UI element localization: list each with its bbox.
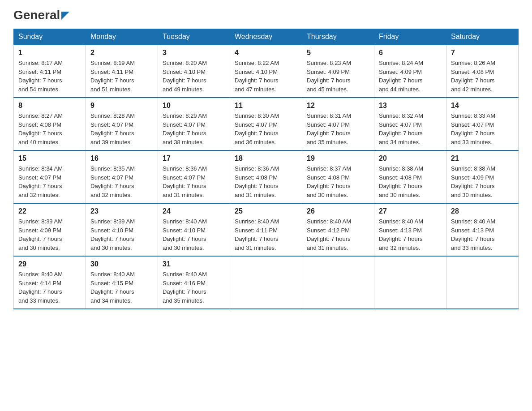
day-info: Sunrise: 8:35 AMSunset: 4:07 PMDaylight:…	[90, 164, 153, 199]
day-number: 5	[307, 49, 369, 57]
calendar-cell: 22Sunrise: 8:39 AMSunset: 4:09 PMDayligh…	[14, 203, 86, 256]
day-number: 4	[235, 49, 297, 57]
day-info: Sunrise: 8:20 AMSunset: 4:10 PMDaylight:…	[163, 59, 225, 94]
day-number: 26	[307, 207, 369, 215]
column-header-tuesday: Tuesday	[158, 29, 230, 45]
calendar-cell	[374, 256, 446, 309]
calendar-cell: 27Sunrise: 8:40 AMSunset: 4:13 PMDayligh…	[374, 203, 446, 256]
day-info: Sunrise: 8:38 AMSunset: 4:08 PMDaylight:…	[379, 164, 442, 199]
calendar-cell: 12Sunrise: 8:31 AMSunset: 4:07 PMDayligh…	[302, 98, 374, 150]
day-number: 2	[90, 49, 153, 57]
day-number: 12	[307, 102, 369, 110]
column-header-sunday: Sunday	[14, 29, 86, 45]
day-info: Sunrise: 8:38 AMSunset: 4:09 PMDaylight:…	[451, 164, 514, 199]
day-info: Sunrise: 8:40 AMSunset: 4:13 PMDaylight:…	[451, 217, 514, 252]
calendar-cell: 26Sunrise: 8:40 AMSunset: 4:12 PMDayligh…	[302, 203, 374, 256]
column-header-monday: Monday	[86, 29, 158, 45]
calendar-cell: 31Sunrise: 8:40 AMSunset: 4:16 PMDayligh…	[158, 256, 230, 309]
day-info: Sunrise: 8:30 AMSunset: 4:07 PMDaylight:…	[235, 111, 297, 146]
logo-general-text: General	[13, 9, 60, 21]
day-number: 20	[379, 154, 442, 163]
calendar-cell: 14Sunrise: 8:33 AMSunset: 4:07 PMDayligh…	[446, 98, 519, 150]
calendar-cell: 28Sunrise: 8:40 AMSunset: 4:13 PMDayligh…	[446, 203, 519, 256]
day-number: 22	[18, 207, 81, 215]
day-info: Sunrise: 8:40 AMSunset: 4:13 PMDaylight:…	[379, 217, 442, 252]
calendar-cell: 5Sunrise: 8:23 AMSunset: 4:09 PMDaylight…	[302, 45, 374, 98]
day-info: Sunrise: 8:23 AMSunset: 4:09 PMDaylight:…	[307, 59, 369, 94]
calendar-cell: 1Sunrise: 8:17 AMSunset: 4:11 PMDaylight…	[14, 45, 86, 98]
day-info: Sunrise: 8:40 AMSunset: 4:16 PMDaylight:…	[163, 270, 225, 305]
calendar-cell: 3Sunrise: 8:20 AMSunset: 4:10 PMDaylight…	[158, 45, 230, 98]
day-info: Sunrise: 8:22 AMSunset: 4:10 PMDaylight:…	[235, 59, 297, 94]
day-number: 3	[163, 49, 225, 57]
calendar-cell	[446, 256, 519, 309]
day-info: Sunrise: 8:17 AMSunset: 4:11 PMDaylight:…	[18, 59, 81, 94]
calendar-cell	[230, 256, 302, 309]
calendar-cell: 4Sunrise: 8:22 AMSunset: 4:10 PMDaylight…	[230, 45, 302, 98]
column-header-wednesday: Wednesday	[230, 29, 302, 45]
calendar-cell: 17Sunrise: 8:36 AMSunset: 4:07 PMDayligh…	[158, 150, 230, 203]
calendar-cell: 13Sunrise: 8:32 AMSunset: 4:07 PMDayligh…	[374, 98, 446, 150]
day-info: Sunrise: 8:29 AMSunset: 4:07 PMDaylight:…	[163, 111, 225, 146]
day-info: Sunrise: 8:31 AMSunset: 4:07 PMDaylight:…	[307, 111, 369, 146]
day-number: 17	[163, 154, 225, 163]
day-number: 13	[379, 102, 442, 110]
day-info: Sunrise: 8:40 AMSunset: 4:11 PMDaylight:…	[235, 217, 297, 252]
calendar-cell: 7Sunrise: 8:26 AMSunset: 4:08 PMDaylight…	[446, 45, 519, 98]
calendar-cell: 6Sunrise: 8:24 AMSunset: 4:09 PMDaylight…	[374, 45, 446, 98]
calendar-cell: 8Sunrise: 8:27 AMSunset: 4:08 PMDaylight…	[14, 98, 86, 150]
day-number: 30	[90, 260, 153, 268]
day-info: Sunrise: 8:36 AMSunset: 4:08 PMDaylight:…	[235, 164, 297, 199]
calendar-cell: 10Sunrise: 8:29 AMSunset: 4:07 PMDayligh…	[158, 98, 230, 150]
day-number: 1	[18, 49, 81, 57]
day-info: Sunrise: 8:34 AMSunset: 4:07 PMDaylight:…	[18, 164, 81, 199]
day-info: Sunrise: 8:27 AMSunset: 4:08 PMDaylight:…	[18, 111, 81, 146]
calendar-cell: 19Sunrise: 8:37 AMSunset: 4:08 PMDayligh…	[302, 150, 374, 203]
day-info: Sunrise: 8:32 AMSunset: 4:07 PMDaylight:…	[379, 111, 442, 146]
calendar-cell: 18Sunrise: 8:36 AMSunset: 4:08 PMDayligh…	[230, 150, 302, 203]
calendar-cell: 21Sunrise: 8:38 AMSunset: 4:09 PMDayligh…	[446, 150, 519, 203]
calendar-cell: 9Sunrise: 8:28 AMSunset: 4:07 PMDaylight…	[86, 98, 158, 150]
day-number: 28	[451, 207, 514, 215]
day-number: 31	[163, 260, 225, 268]
day-number: 10	[163, 102, 225, 110]
page-header: General	[13, 9, 519, 20]
day-info: Sunrise: 8:33 AMSunset: 4:07 PMDaylight:…	[451, 111, 514, 146]
day-info: Sunrise: 8:40 AMSunset: 4:15 PMDaylight:…	[90, 270, 153, 305]
day-number: 8	[18, 102, 81, 110]
calendar-cell: 24Sunrise: 8:40 AMSunset: 4:10 PMDayligh…	[158, 203, 230, 256]
day-number: 21	[451, 154, 514, 163]
logo: General	[13, 9, 69, 20]
day-info: Sunrise: 8:40 AMSunset: 4:12 PMDaylight:…	[307, 217, 369, 252]
calendar-header-row: SundayMondayTuesdayWednesdayThursdayFrid…	[14, 29, 519, 45]
calendar-week-row: 29Sunrise: 8:40 AMSunset: 4:14 PMDayligh…	[14, 256, 519, 309]
day-number: 14	[451, 102, 514, 110]
day-number: 11	[235, 102, 297, 110]
column-header-thursday: Thursday	[302, 29, 374, 45]
day-info: Sunrise: 8:19 AMSunset: 4:11 PMDaylight:…	[90, 59, 153, 94]
calendar-cell: 30Sunrise: 8:40 AMSunset: 4:15 PMDayligh…	[86, 256, 158, 309]
calendar-week-row: 1Sunrise: 8:17 AMSunset: 4:11 PMDaylight…	[14, 45, 519, 98]
svg-marker-0	[61, 12, 69, 20]
day-number: 18	[235, 154, 297, 163]
calendar-cell: 16Sunrise: 8:35 AMSunset: 4:07 PMDayligh…	[86, 150, 158, 203]
calendar-cell: 15Sunrise: 8:34 AMSunset: 4:07 PMDayligh…	[14, 150, 86, 203]
day-info: Sunrise: 8:24 AMSunset: 4:09 PMDaylight:…	[379, 59, 442, 94]
day-info: Sunrise: 8:40 AMSunset: 4:10 PMDaylight:…	[163, 217, 225, 252]
day-number: 29	[18, 260, 81, 268]
calendar-cell: 25Sunrise: 8:40 AMSunset: 4:11 PMDayligh…	[230, 203, 302, 256]
calendar-cell: 29Sunrise: 8:40 AMSunset: 4:14 PMDayligh…	[14, 256, 86, 309]
column-header-saturday: Saturday	[446, 29, 519, 45]
calendar-cell: 11Sunrise: 8:30 AMSunset: 4:07 PMDayligh…	[230, 98, 302, 150]
calendar-week-row: 22Sunrise: 8:39 AMSunset: 4:09 PMDayligh…	[14, 203, 519, 256]
logo-row: General	[13, 9, 69, 21]
day-number: 9	[90, 102, 153, 110]
column-header-friday: Friday	[374, 29, 446, 45]
day-info: Sunrise: 8:37 AMSunset: 4:08 PMDaylight:…	[307, 164, 369, 199]
day-number: 25	[235, 207, 297, 215]
day-info: Sunrise: 8:39 AMSunset: 4:09 PMDaylight:…	[18, 217, 81, 252]
calendar-cell: 20Sunrise: 8:38 AMSunset: 4:08 PMDayligh…	[374, 150, 446, 203]
calendar-cell: 23Sunrise: 8:39 AMSunset: 4:10 PMDayligh…	[86, 203, 158, 256]
calendar-table: SundayMondayTuesdayWednesdayThursdayFrid…	[13, 29, 519, 309]
day-number: 7	[451, 49, 514, 57]
